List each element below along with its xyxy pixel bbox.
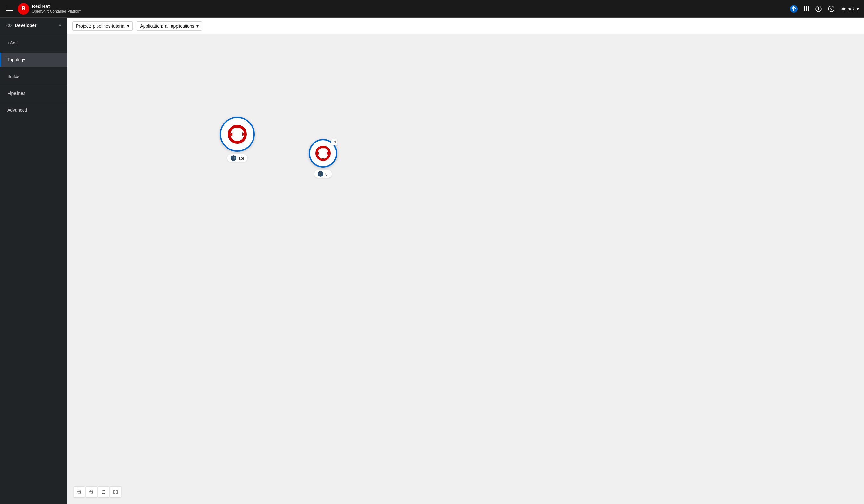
sidebar-item-advanced[interactable]: Advanced xyxy=(0,103,67,117)
add-icon[interactable] xyxy=(815,6,822,12)
svg-line-21 xyxy=(93,493,94,494)
sync-icon-ui xyxy=(315,146,331,161)
sidebar-divider-2 xyxy=(0,68,67,68)
hamburger-menu[interactable] xyxy=(5,5,14,12)
toolbar: Project: pipelines-tutorial ▾ Applicatio… xyxy=(67,18,864,34)
sidebar-divider-3 xyxy=(0,85,67,85)
notification-icon[interactable] xyxy=(790,5,797,13)
project-dropdown[interactable]: Project: pipelines-tutorial ▾ xyxy=(72,21,133,31)
node-ui-name: ui xyxy=(325,172,328,176)
sidebar-item-add[interactable]: +Add xyxy=(0,36,67,50)
user-name: siamak xyxy=(841,7,855,11)
sidebar-divider-1 xyxy=(0,51,67,51)
node-ui[interactable]: D ui xyxy=(309,139,337,178)
sidebar-item-pipelines[interactable]: Pipelines xyxy=(0,86,67,100)
reset-view-button[interactable] xyxy=(98,486,109,497)
sidebar-item-builds[interactable]: Builds xyxy=(0,70,67,84)
fit-view-button[interactable] xyxy=(110,486,121,497)
zoom-in-button[interactable] xyxy=(74,486,85,497)
application-label: Application: xyxy=(140,24,163,28)
content-area: Project: pipelines-tutorial ▾ Applicatio… xyxy=(67,18,864,504)
sidebar-header: </> Developer ▾ xyxy=(0,18,67,33)
user-chevron: ▾ xyxy=(857,7,859,11)
project-label: Project: xyxy=(76,24,91,28)
perspective-chevron[interactable]: ▾ xyxy=(59,23,61,28)
application-value: all applications xyxy=(165,24,194,28)
svg-rect-23 xyxy=(114,490,118,494)
node-ui-circle[interactable] xyxy=(309,139,337,168)
node-ui-badge: D xyxy=(317,171,323,177)
help-icon[interactable]: ? xyxy=(828,6,835,12)
perspective-label: Developer xyxy=(15,23,37,28)
brand-subtitle: OpenShift Container Platform xyxy=(32,9,82,14)
application-dropdown[interactable]: Application: all applications ▾ xyxy=(136,21,202,31)
project-chevron: ▾ xyxy=(127,24,129,28)
sidebar: </> Developer ▾ +Add Topology Builds Pip… xyxy=(0,18,67,504)
redhat-logo xyxy=(18,3,29,15)
node-api-name: api xyxy=(238,156,244,161)
sidebar-divider-4 xyxy=(0,101,67,102)
svg-line-17 xyxy=(80,493,82,494)
topology-canvas[interactable]: D api xyxy=(67,34,864,504)
brand: Red Hat OpenShift Container Platform xyxy=(18,3,82,15)
sync-icon-api xyxy=(228,125,247,144)
project-value: pipelines-tutorial xyxy=(93,24,125,28)
zoom-out-button[interactable] xyxy=(86,486,97,497)
node-api[interactable]: D api xyxy=(220,117,255,162)
node-api-label: D api xyxy=(227,154,247,162)
external-link-icon[interactable] xyxy=(331,139,337,145)
node-api-circle[interactable] xyxy=(220,117,255,152)
node-api-badge: D xyxy=(231,155,236,161)
svg-text:?: ? xyxy=(830,7,832,11)
brand-text: Red Hat OpenShift Container Platform xyxy=(32,3,82,14)
perspective-selector[interactable]: </> Developer xyxy=(7,23,37,28)
node-ui-label: D ui xyxy=(314,170,332,178)
zoom-controls xyxy=(74,486,121,497)
svg-point-0 xyxy=(18,3,29,15)
brand-name: Red Hat xyxy=(32,3,82,9)
application-chevron: ▾ xyxy=(196,24,199,28)
sidebar-nav: +Add Topology Builds Pipelines Advanced xyxy=(0,33,67,120)
top-nav: Red Hat OpenShift Container Platform xyxy=(0,0,864,18)
grid-icon[interactable] xyxy=(804,7,809,11)
code-icon: </> xyxy=(7,23,12,28)
user-menu[interactable]: siamak ▾ xyxy=(841,7,859,11)
sidebar-item-topology[interactable]: Topology xyxy=(0,53,67,67)
